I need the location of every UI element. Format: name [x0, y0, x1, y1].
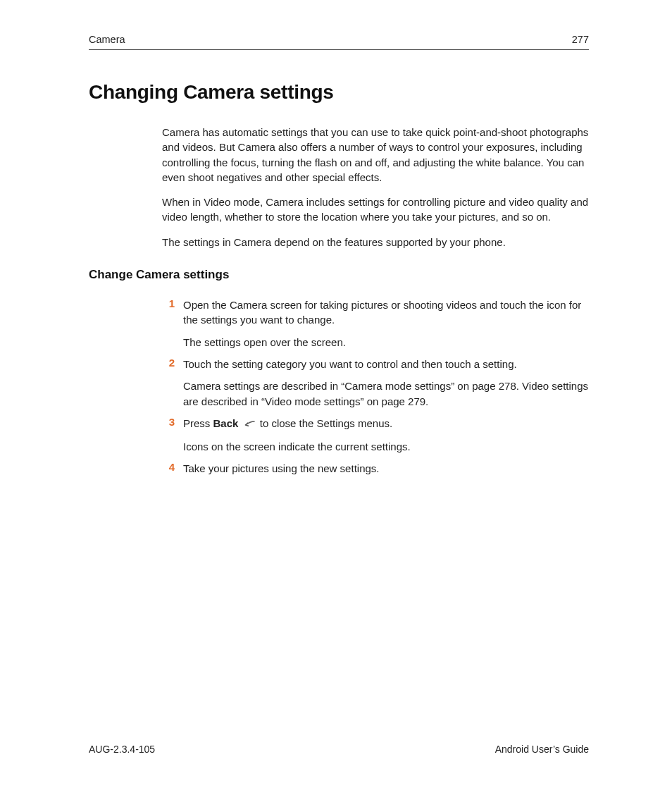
- footer-left: AUG-2.3.4-105: [89, 744, 155, 755]
- header-section: Camera: [89, 34, 125, 45]
- step-lead: Press Back to close the Settings menus.: [183, 416, 589, 432]
- section-subhead: Change Camera settings: [89, 268, 589, 282]
- step-number: 2: [162, 357, 175, 369]
- intro-block: Camera has automatic settings that you c…: [162, 125, 589, 250]
- step-lead-bold: Back: [213, 417, 239, 429]
- step-lead: Open the Camera screen for taking pictur…: [183, 297, 589, 328]
- numbered-steps: 1 Open the Camera screen for taking pict…: [162, 297, 589, 476]
- header-page-number: 277: [572, 34, 589, 45]
- step-lead-suffix: to close the Settings menus.: [257, 417, 393, 429]
- footer-right: Android User’s Guide: [495, 744, 589, 755]
- intro-paragraph: When in Video mode, Camera includes sett…: [162, 195, 589, 225]
- step-item: 2 Touch the setting category you want to…: [162, 357, 589, 409]
- intro-paragraph: The settings in Camera depend on the fea…: [162, 235, 589, 250]
- step-follow: Camera settings are described in “Camera…: [183, 378, 589, 409]
- step-lead-prefix: Press: [183, 417, 213, 429]
- step-follow: Icons on the screen indicate the current…: [183, 439, 589, 454]
- page-footer: AUG-2.3.4-105 Android User’s Guide: [89, 744, 589, 755]
- step-item: 3 Press Back to close the Settings menus…: [162, 416, 589, 455]
- step-lead: Touch the setting category you want to c…: [183, 357, 589, 371]
- page-title: Changing Camera settings: [89, 81, 589, 104]
- step-item: 4 Take your pictures using the new setti…: [162, 461, 589, 476]
- step-number: 3: [162, 416, 175, 428]
- running-header: Camera 277: [89, 34, 589, 50]
- step-follow: The settings open over the screen.: [183, 335, 589, 350]
- step-item: 1 Open the Camera screen for taking pict…: [162, 297, 589, 350]
- step-number: 4: [162, 461, 175, 473]
- page-content: Camera 277 Changing Camera settings Came…: [89, 34, 589, 483]
- step-number: 1: [162, 297, 175, 309]
- back-arrow-icon: [243, 417, 256, 432]
- step-lead: Take your pictures using the new setting…: [183, 461, 589, 476]
- intro-paragraph: Camera has automatic settings that you c…: [162, 125, 589, 185]
